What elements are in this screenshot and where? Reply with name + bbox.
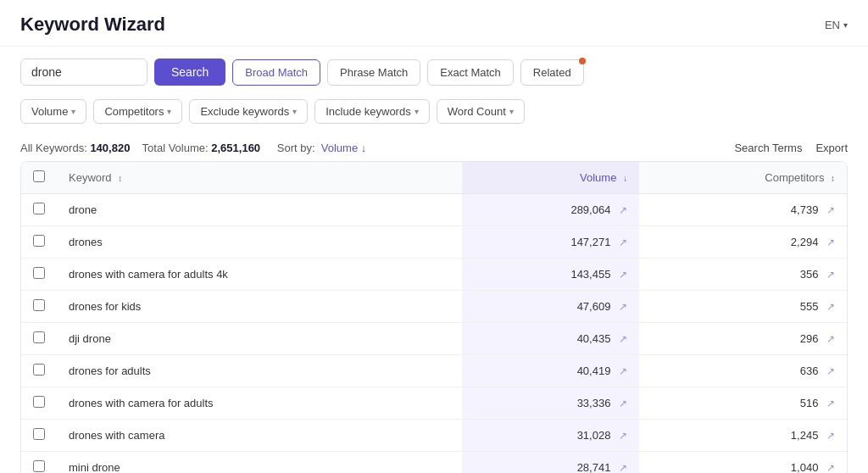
chevron-down-icon: ▾: [415, 107, 419, 116]
col-keyword[interactable]: Keyword ↕: [57, 162, 462, 194]
row-checkbox[interactable]: [33, 364, 45, 376]
external-link-icon[interactable]: ↗: [826, 204, 835, 216]
row-volume: 28,741 ↗: [462, 452, 639, 474]
external-link-icon[interactable]: ↗: [826, 365, 835, 377]
filter-word-count[interactable]: Word Count ▾: [437, 99, 525, 124]
row-checkbox-cell[interactable]: [21, 420, 57, 452]
row-checkbox-cell[interactable]: [21, 452, 57, 474]
external-link-icon[interactable]: ↗: [826, 430, 835, 442]
search-bar: Search Broad Match Phrase Match Exact Ma…: [0, 47, 868, 94]
filters-bar: Volume ▾ Competitors ▾ Exclude keywords …: [0, 94, 868, 132]
row-keyword: drones with camera: [57, 420, 462, 452]
table-row: drone 289,064 ↗ 4,739 ↗: [21, 194, 847, 226]
row-volume: 289,064 ↗: [462, 194, 639, 226]
row-keyword: mini drone: [57, 452, 462, 474]
external-link-icon[interactable]: ↗: [619, 236, 627, 248]
filter-include-keywords[interactable]: Include keywords ▾: [314, 99, 429, 124]
row-checkbox-cell[interactable]: [21, 259, 57, 291]
row-checkbox[interactable]: [33, 428, 45, 440]
app-title: Keyword Wizard: [20, 14, 165, 36]
export-button[interactable]: Export: [815, 142, 848, 154]
tab-phrase-match[interactable]: Phrase Match: [327, 59, 420, 86]
row-volume: 47,609 ↗: [462, 291, 639, 323]
row-checkbox[interactable]: [33, 460, 45, 472]
app-container: Keyword Wizard EN ▾ Search Broad Match P…: [0, 0, 868, 473]
row-checkbox[interactable]: [33, 235, 45, 247]
row-competitors: 4,739 ↗: [639, 194, 847, 226]
lang-label: EN: [825, 19, 840, 31]
row-competitors: 1,245 ↗: [639, 420, 847, 452]
row-volume: 40,419 ↗: [462, 355, 639, 387]
results-actions: Search Terms Export: [734, 142, 848, 154]
chevron-down-icon: ▾: [509, 107, 514, 116]
header: Keyword Wizard EN ▾: [0, 0, 868, 47]
row-competitors: 1,040 ↗: [639, 452, 847, 474]
row-checkbox-cell[interactable]: [21, 194, 57, 226]
select-all-checkbox[interactable]: [33, 170, 45, 182]
table-row: drones with camera 31,028 ↗ 1,245 ↗: [21, 420, 847, 452]
row-keyword: drones: [57, 226, 462, 259]
lang-selector[interactable]: EN ▾: [825, 19, 848, 31]
external-link-icon[interactable]: ↗: [826, 333, 835, 345]
external-link-icon[interactable]: ↗: [826, 301, 835, 313]
external-link-icon[interactable]: ↗: [826, 269, 835, 281]
row-checkbox[interactable]: [33, 299, 45, 311]
table-header-row: Keyword ↕ Volume ↓ Competitors ↕: [21, 162, 847, 194]
col-competitors[interactable]: Competitors ↕: [639, 162, 847, 194]
filter-competitors[interactable]: Competitors ▾: [93, 99, 182, 124]
row-checkbox[interactable]: [33, 267, 45, 279]
table-row: mini drone 28,741 ↗ 1,040 ↗: [21, 452, 847, 474]
row-keyword: drones for adults: [57, 355, 462, 387]
external-link-icon[interactable]: ↗: [826, 236, 835, 248]
row-competitors: 555 ↗: [639, 291, 847, 323]
tab-related[interactable]: Related: [520, 59, 584, 86]
external-link-icon[interactable]: ↗: [619, 365, 627, 377]
filter-volume[interactable]: Volume ▾: [20, 99, 86, 124]
row-volume: 31,028 ↗: [462, 420, 639, 452]
sort-by-link[interactable]: Volume ↓: [321, 142, 366, 154]
row-volume: 33,336 ↗: [462, 387, 639, 420]
row-checkbox-cell[interactable]: [21, 387, 57, 420]
external-link-icon[interactable]: ↗: [619, 430, 627, 442]
row-checkbox-cell[interactable]: [21, 355, 57, 387]
col-volume[interactable]: Volume ↓: [462, 162, 639, 194]
external-link-icon[interactable]: ↗: [619, 398, 627, 409]
table-row: drones for kids 47,609 ↗ 555 ↗: [21, 291, 847, 323]
table-row: drones with camera for adults 4k 143,455…: [21, 259, 847, 291]
row-competitors: 356 ↗: [639, 259, 847, 291]
row-competitors: 516 ↗: [639, 387, 847, 420]
row-checkbox-cell[interactable]: [21, 226, 57, 259]
sort-icon-volume: ↓: [623, 174, 627, 183]
search-terms-button[interactable]: Search Terms: [734, 142, 802, 154]
select-all-checkbox-cell[interactable]: [21, 162, 57, 194]
external-link-icon[interactable]: ↗: [619, 204, 627, 216]
search-input[interactable]: [20, 58, 147, 86]
external-link-icon[interactable]: ↗: [826, 462, 835, 473]
external-link-icon[interactable]: ↗: [619, 301, 627, 313]
external-link-icon[interactable]: ↗: [619, 269, 627, 281]
keywords-table: Keyword ↕ Volume ↓ Competitors ↕: [21, 162, 847, 473]
external-link-icon[interactable]: ↗: [619, 333, 627, 345]
row-checkbox[interactable]: [33, 331, 45, 343]
row-competitors: 296 ↗: [639, 323, 847, 355]
chevron-down-icon: ▾: [167, 107, 171, 116]
row-checkbox-cell[interactable]: [21, 323, 57, 355]
table-row: drones 147,271 ↗ 2,294 ↗: [21, 226, 847, 259]
row-checkbox[interactable]: [33, 396, 45, 408]
row-checkbox[interactable]: [33, 203, 45, 214]
results-header: All Keywords: 140,820 Total Volume: 2,65…: [0, 132, 868, 161]
external-link-icon[interactable]: ↗: [619, 462, 627, 473]
chevron-down-icon: ▾: [292, 107, 297, 116]
row-competitors: 636 ↗: [639, 355, 847, 387]
filter-exclude-keywords[interactable]: Exclude keywords ▾: [189, 99, 308, 124]
row-checkbox-cell[interactable]: [21, 291, 57, 323]
search-button[interactable]: Search: [154, 58, 225, 86]
row-volume: 147,271 ↗: [462, 226, 639, 259]
tab-broad-match[interactable]: Broad Match: [232, 59, 320, 86]
tab-exact-match[interactable]: Exact Match: [427, 59, 514, 86]
table-row: dji drone 40,435 ↗ 296 ↗: [21, 323, 847, 355]
external-link-icon[interactable]: ↗: [826, 398, 835, 409]
sort-icon-competitors: ↕: [831, 174, 835, 183]
results-summary: All Keywords: 140,820 Total Volume: 2,65…: [20, 141, 366, 154]
row-keyword: dji drone: [57, 323, 462, 355]
